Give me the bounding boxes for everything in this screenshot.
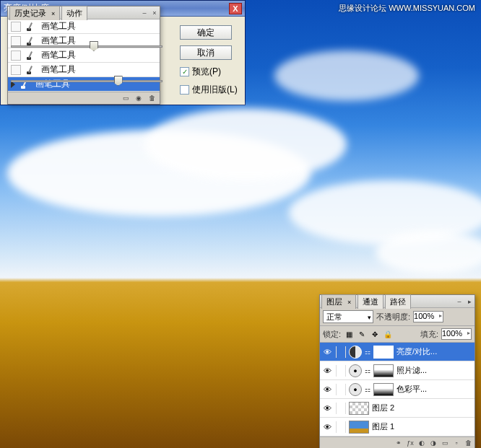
brush-icon (25, 21, 37, 32)
tab-layers[interactable]: 图层 × (321, 294, 356, 309)
contrast-thumb[interactable] (114, 76, 123, 86)
ok-button[interactable]: 确定 (180, 25, 232, 40)
new-layer-icon[interactable]: ▫ (453, 439, 460, 447)
layer-row[interactable]: 👁图层 2 (320, 399, 474, 418)
tab-history[interactable]: 历史记录 × (9, 6, 60, 20)
check-icon[interactable] (180, 85, 189, 95)
visibility-icon[interactable]: 👁 (321, 384, 333, 395)
snapshot-icon[interactable]: ◉ (135, 95, 142, 102)
tab-close-icon[interactable]: × (51, 10, 55, 17)
preview-label: 预览(P) (192, 66, 221, 78)
layers-header: 图层 × 通道 路径 – ▸ (320, 295, 474, 308)
trash-icon[interactable]: 🗑 (148, 95, 155, 102)
layer-name[interactable]: 图层 2 (372, 403, 394, 413)
fill-label: 填充: (420, 329, 438, 340)
trash-icon[interactable]: 🗑 (464, 439, 472, 447)
legacy-label: 使用旧版(L) (192, 84, 238, 96)
visibility-icon[interactable]: 👁 (321, 346, 333, 358)
menu-icon[interactable]: ▸ (466, 298, 473, 305)
snapshot-slot[interactable] (11, 22, 21, 32)
visibility-icon[interactable]: 👁 (321, 403, 333, 414)
link-icon[interactable]: ⚭ (395, 439, 402, 447)
minimize-icon[interactable]: – (141, 9, 148, 17)
minimize-icon[interactable]: – (456, 298, 463, 305)
brightness-slider[interactable] (11, 41, 162, 53)
visibility-icon[interactable]: 👁 (321, 365, 333, 377)
tab-history-label: 历史记录 (14, 9, 46, 17)
cancel-button[interactable]: 取消 (180, 45, 232, 60)
folder-icon[interactable]: ▭ (441, 439, 448, 447)
mask-thumbnail[interactable] (373, 346, 394, 359)
layer-list: 👁⚏亮度/对比...👁●⚏照片滤...👁●⚏色彩平...👁图层 2👁图层 1 (320, 343, 474, 436)
layer-name[interactable]: 亮度/对比... (396, 346, 437, 357)
adjustment-icon: ● (349, 364, 362, 377)
tab-close-icon[interactable]: × (347, 299, 351, 306)
layer-name[interactable]: 色彩平... (396, 384, 427, 395)
lock-move-icon[interactable]: ✥ (370, 329, 380, 339)
layer-thumbnail[interactable] (349, 421, 369, 434)
mask-thumbnail[interactable] (373, 383, 394, 396)
link-slot[interactable] (336, 384, 346, 395)
adjustment-icon: ● (349, 383, 362, 396)
link-icon: ⚏ (365, 367, 370, 374)
contrast-slider[interactable] (11, 76, 162, 87)
layer-row[interactable]: 👁●⚏色彩平... (320, 380, 474, 399)
link-slot[interactable] (336, 346, 346, 358)
check-icon[interactable]: ✓ (180, 67, 189, 76)
brush-icon (25, 64, 37, 76)
layer-row[interactable]: 👁●⚏照片滤... (320, 361, 474, 380)
lock-all-icon[interactable]: 🔒 (383, 329, 393, 339)
history-item[interactable]: 画笔工具 (8, 19, 160, 34)
mask-thumbnail[interactable] (373, 364, 394, 377)
tab-actions[interactable]: 动作 (61, 6, 87, 20)
adjustment-icon (349, 346, 362, 359)
link-slot[interactable] (336, 365, 346, 377)
link-icon: ⚏ (365, 386, 370, 393)
brightness-thumb[interactable] (90, 41, 98, 51)
watermark: 思缘设计论坛 WWW.MISSYUAN.COM (339, 3, 475, 14)
fx-icon[interactable]: ƒx (407, 439, 414, 447)
history-panel: 历史记录 × 动作 – × 画笔工具画笔工具画笔工具画笔工具画笔工具 ▭ ◉ 🗑 (7, 6, 160, 105)
layer-name[interactable]: 图层 1 (372, 421, 394, 432)
tab-layers-label: 图层 (326, 297, 342, 306)
link-icon: ⚏ (365, 348, 370, 356)
history-item-label: 画笔工具 (41, 20, 76, 32)
fill-value[interactable]: 100% (441, 328, 472, 340)
preview-checkbox[interactable]: ✓ 预览(P) (180, 66, 221, 78)
mask-icon[interactable]: ◐ (418, 439, 425, 447)
link-slot[interactable] (336, 403, 346, 414)
close-icon[interactable]: × (151, 9, 158, 17)
history-item[interactable]: 画笔工具 (8, 63, 160, 77)
history-footer: ▭ ◉ 🗑 (8, 92, 160, 104)
layer-name[interactable]: 照片滤... (396, 365, 427, 376)
layer-row[interactable]: 👁⚏亮度/对比... (320, 343, 474, 361)
tab-channels[interactable]: 通道 (358, 294, 384, 309)
layers-panel: 图层 × 通道 路径 – ▸ 正常 不透明度: 100% 锁定: ▦ ✎ ✥ 🔒… (319, 294, 475, 448)
legacy-checkbox[interactable]: 使用旧版(L) (180, 84, 238, 96)
visibility-icon[interactable]: 👁 (321, 421, 333, 433)
lock-brush-icon[interactable]: ✎ (357, 329, 367, 339)
layer-row[interactable]: 👁图层 1 (320, 418, 474, 436)
tab-paths[interactable]: 路径 (385, 294, 411, 309)
snapshot-slot[interactable] (11, 65, 21, 75)
layer-thumbnail[interactable] (349, 402, 369, 415)
adjustment-icon[interactable]: ◑ (430, 439, 437, 447)
lock-label: 锁定: (323, 329, 341, 340)
lock-transparent-icon[interactable]: ▦ (344, 329, 354, 339)
link-slot[interactable] (336, 421, 346, 433)
dialog-close-button[interactable]: X (229, 3, 242, 14)
history-item-label: 画笔工具 (41, 63, 76, 76)
history-header: 历史记录 × 动作 – × (8, 6, 160, 19)
new-doc-icon[interactable]: ▭ (122, 95, 129, 102)
blend-mode-select[interactable]: 正常 (323, 310, 373, 323)
opacity-label: 不透明度: (376, 312, 410, 322)
opacity-value[interactable]: 100% (413, 311, 443, 322)
layers-footer: ⚭ ƒx ◐ ◑ ▭ ▫ 🗑 (320, 436, 474, 448)
